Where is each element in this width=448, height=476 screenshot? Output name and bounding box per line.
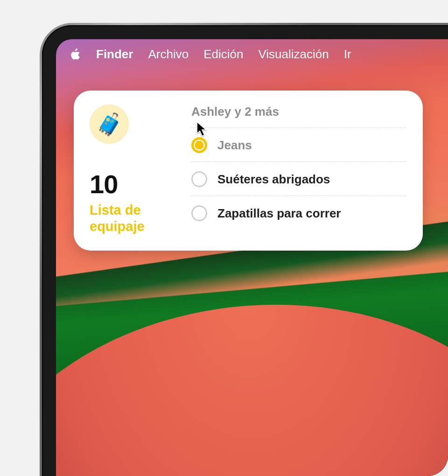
menubar-app-name[interactable]: Finder (96, 47, 133, 62)
reminder-label: Zapatillas para correr (217, 206, 341, 221)
device-frame: Finder Archivo Edición Visualización Ir … (42, 25, 448, 476)
reminder-item[interactable]: Zapatillas para correr (191, 196, 406, 223)
reminders-widget[interactable]: 🧳 10 Lista de equipaje Ashley y 2 más Je… (74, 91, 423, 251)
reminder-label: Suéteres abrigados (217, 172, 330, 187)
menubar-item-visualizacion[interactable]: Visualización (258, 47, 329, 62)
menubar-item-archivo[interactable]: Archivo (148, 47, 189, 62)
menubar-item-ir[interactable]: Ir (344, 47, 351, 62)
screen: Finder Archivo Edición Visualización Ir … (56, 39, 448, 476)
shared-with-label: Ashley y 2 más (191, 105, 406, 128)
suitcase-icon: 🧳 (96, 112, 123, 137)
reminder-item[interactable]: Jeans (191, 128, 406, 162)
reminder-item[interactable]: Suéteres abrigados (191, 162, 406, 196)
radio-icon[interactable] (191, 137, 207, 153)
radio-icon[interactable] (191, 171, 207, 187)
list-title: Lista de equipaje (90, 202, 178, 235)
reminder-label: Jeans (217, 138, 252, 153)
menubar-item-edicion[interactable]: Edición (203, 47, 243, 62)
radio-icon[interactable] (191, 205, 207, 221)
item-count: 10 (90, 169, 178, 199)
apple-logo-icon[interactable] (69, 47, 81, 61)
list-icon: 🧳 (90, 105, 129, 144)
menubar: Finder Archivo Edición Visualización Ir (56, 39, 448, 69)
